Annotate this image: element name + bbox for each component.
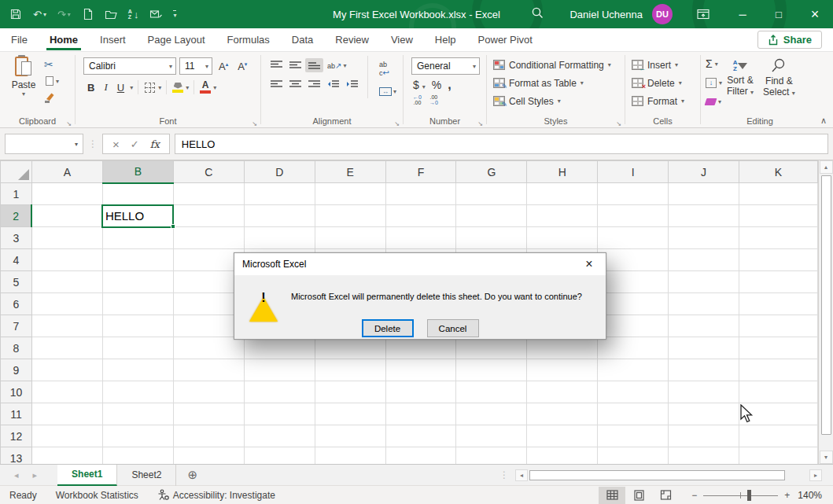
column-header-G[interactable]: G: [456, 161, 527, 183]
column-header-C[interactable]: C: [173, 161, 244, 183]
merge-center-button[interactable]: ↔▾: [376, 85, 400, 98]
cell-K9[interactable]: [739, 359, 818, 381]
cell-C10[interactable]: [173, 381, 244, 403]
tab-file[interactable]: File: [0, 30, 39, 50]
cell-C11[interactable]: [173, 403, 244, 425]
cell-A5[interactable]: [31, 271, 102, 293]
column-header-E[interactable]: E: [315, 161, 385, 183]
cell-H1[interactable]: [527, 183, 598, 205]
row-header-10[interactable]: 10: [1, 381, 32, 403]
row-header-5[interactable]: 5: [1, 271, 32, 293]
fill-button[interactable]: ↓▾: [706, 75, 722, 90]
zoom-out-icon[interactable]: −: [691, 490, 697, 501]
previous-sheet-icon[interactable]: ◂: [14, 470, 19, 480]
cell-K8[interactable]: [739, 337, 818, 359]
cell-K4[interactable]: [739, 249, 818, 271]
cell-K10[interactable]: [739, 381, 818, 403]
insert-cells-button[interactable]: ← Insert▾: [625, 56, 700, 74]
paste-dropdown[interactable]: ▾: [22, 90, 25, 97]
row-header-9[interactable]: 9: [1, 359, 32, 381]
cell-A11[interactable]: [31, 403, 102, 425]
decrease-indent-button[interactable]: [324, 77, 342, 91]
fill-color-icon[interactable]: [171, 83, 184, 93]
close-button[interactable]: ×: [797, 0, 833, 28]
cell-E8[interactable]: [315, 337, 385, 359]
shrink-font-button[interactable]: A▾: [234, 61, 250, 72]
font-size-select[interactable]: 11▾: [179, 57, 212, 75]
cell-F2[interactable]: [385, 205, 456, 227]
fill-handle[interactable]: [171, 224, 175, 229]
accessibility-status[interactable]: Accessibility: Investigate: [148, 489, 285, 501]
percent-button[interactable]: %: [432, 79, 441, 91]
cell-C3[interactable]: [173, 227, 244, 249]
cell-A4[interactable]: [31, 249, 102, 271]
cell-F11[interactable]: [385, 403, 456, 425]
cell-K5[interactable]: [739, 271, 818, 293]
tab-power-pivot[interactable]: Power Pivot: [467, 30, 544, 50]
row-header-7[interactable]: 7: [1, 315, 32, 337]
find-select-button[interactable]: Find & Select ▾: [758, 56, 800, 109]
cell-H3[interactable]: [527, 227, 598, 249]
align-bottom-button[interactable]: [305, 58, 323, 72]
share-button[interactable]: Share: [757, 31, 822, 49]
cell-B1[interactable]: [102, 183, 173, 205]
cell-K1[interactable]: [739, 183, 818, 205]
format-as-table-button[interactable]: ✎ Format as Table▾: [487, 74, 625, 92]
cell-F3[interactable]: [385, 227, 456, 249]
scroll-down-icon[interactable]: ▾: [820, 451, 833, 464]
cell-K13[interactable]: [739, 447, 818, 465]
cell-D8[interactable]: [244, 337, 315, 359]
select-all-corner[interactable]: [1, 161, 32, 183]
avatar[interactable]: DU: [652, 4, 673, 24]
clear-button[interactable]: ▾: [706, 94, 722, 109]
workbook-statistics-button[interactable]: Workbook Statistics: [46, 490, 148, 501]
cell-I10[interactable]: [598, 381, 669, 403]
cell-I11[interactable]: [598, 403, 669, 425]
cell-A3[interactable]: [31, 227, 102, 249]
align-center-button[interactable]: [286, 77, 304, 91]
cell-B9[interactable]: [102, 359, 173, 381]
delete-button[interactable]: Delete: [362, 319, 414, 337]
cell-I3[interactable]: [598, 227, 669, 249]
zoom-in-icon[interactable]: +: [784, 490, 790, 501]
cut-button[interactable]: ✂: [44, 57, 59, 72]
cell-D1[interactable]: [244, 183, 315, 205]
cell-E2[interactable]: [315, 205, 385, 227]
user-name[interactable]: Daniel Uchenna: [569, 9, 643, 20]
column-header-J[interactable]: J: [669, 161, 739, 183]
ribbon-display-options-icon[interactable]: [685, 0, 721, 28]
wrap-text-button[interactable]: abc↩: [376, 58, 400, 79]
cell-D13[interactable]: [244, 447, 315, 465]
fill-color-dropdown[interactable]: ▾: [186, 84, 189, 91]
tab-page-layout[interactable]: Page Layout: [137, 30, 216, 50]
cell-A13[interactable]: [31, 447, 102, 465]
cell-H13[interactable]: [527, 447, 598, 465]
cell-G1[interactable]: [456, 183, 527, 205]
cell-A12[interactable]: [31, 425, 102, 447]
sheet-tab-sheet2[interactable]: Sheet2: [117, 465, 176, 486]
cell-J7[interactable]: [669, 315, 739, 337]
cell-F8[interactable]: [385, 337, 456, 359]
cell-H12[interactable]: [527, 425, 598, 447]
scroll-up-icon[interactable]: ▴: [820, 160, 833, 174]
tab-formulas[interactable]: Formulas: [216, 30, 281, 50]
row-header-3[interactable]: 3: [1, 227, 32, 249]
cell-E9[interactable]: [315, 359, 385, 381]
normal-view-button[interactable]: [599, 487, 625, 504]
column-header-D[interactable]: D: [244, 161, 315, 183]
italic-button[interactable]: I: [100, 80, 111, 94]
underline-dropdown[interactable]: ▾: [130, 84, 133, 91]
cell-J9[interactable]: [669, 359, 739, 381]
name-box-input[interactable]: [28, 138, 75, 149]
tab-help[interactable]: Help: [424, 30, 467, 50]
cell-A1[interactable]: [31, 183, 102, 205]
cell-G2[interactable]: [456, 205, 527, 227]
cell-K2[interactable]: [739, 205, 818, 227]
cell-F1[interactable]: [385, 183, 456, 205]
copy-button[interactable]: ▾: [44, 74, 59, 88]
bold-button[interactable]: B: [83, 81, 98, 94]
enter-icon[interactable]: ✓: [131, 138, 139, 150]
cancel-button[interactable]: Cancel: [427, 319, 479, 337]
redo-button[interactable]: ↷▾: [57, 9, 71, 20]
column-header-H[interactable]: H: [527, 161, 598, 183]
